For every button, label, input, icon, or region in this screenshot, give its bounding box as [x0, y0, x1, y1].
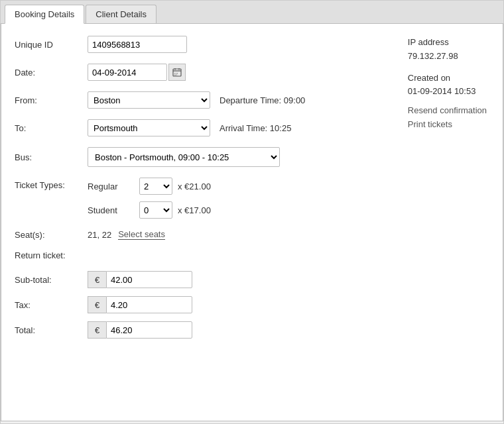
departure-time-label: Departure Time: 09:00 — [220, 95, 305, 105]
ticket-types-label: Ticket Types: — [15, 178, 88, 190]
student-price: x €17.00 — [178, 205, 211, 215]
bus-select[interactable]: Boston - Portsmouth, 09:00 - 10:25 — [88, 147, 280, 167]
tab-bar: Booking Details Client Details — [1, 1, 503, 24]
ticket-row-regular: Regular 2 x €21.00 — [88, 178, 211, 195]
regular-qty-select[interactable]: 2 — [139, 178, 172, 195]
print-tickets-link[interactable]: Print tickets — [408, 118, 487, 132]
return-ticket-row: Return ticket: — [15, 250, 489, 260]
bus-row: Bus: Boston - Portsmouth, 09:00 - 10:25 — [15, 147, 489, 167]
total-row: Total: € — [15, 321, 489, 339]
tab-client[interactable]: Client Details — [86, 5, 157, 23]
ticket-name-student: Student — [88, 205, 134, 215]
seats-value: 21, 22 — [88, 230, 111, 240]
to-label: To: — [15, 123, 88, 133]
ticket-row-student: Student 0 x €17.00 — [88, 201, 211, 219]
bus-label: Bus: — [15, 152, 88, 162]
tax-input[interactable] — [106, 296, 192, 313]
ticket-name-regular: Regular — [88, 182, 134, 191]
tax-euro-symbol: € — [88, 296, 106, 313]
tax-row: Tax: € — [15, 296, 489, 313]
unique-id-input[interactable] — [88, 36, 187, 53]
arrival-time-label: Arrival Time: 10:25 — [220, 123, 291, 133]
main-window: Booking Details Client Details IP addres… — [0, 0, 504, 424]
date-input[interactable] — [88, 64, 167, 81]
created-label: Created on — [408, 72, 487, 85]
total-euro-symbol: € — [88, 321, 106, 339]
ticket-types-body: Regular 2 x €21.00 Student 0 x €17.00 — [88, 178, 211, 219]
tab-booking[interactable]: Booking Details — [5, 5, 84, 24]
subtotal-label: Sub-total: — [15, 275, 88, 285]
seats-label: Seat(s): — [15, 230, 88, 240]
subtotal-input[interactable] — [106, 271, 192, 288]
unique-id-label: Unique ID — [15, 40, 88, 50]
created-value: 01-09-2014 10:53 — [408, 85, 487, 99]
tax-label: Tax: — [15, 300, 88, 310]
from-select[interactable]: Boston — [88, 91, 210, 109]
ip-address-label: IP address — [408, 36, 487, 50]
svg-text:17: 17 — [174, 72, 178, 76]
to-select[interactable]: Portsmouth — [88, 119, 210, 136]
select-seats-link[interactable]: Select seats — [118, 229, 165, 240]
regular-price: x €21.00 — [178, 182, 211, 191]
tab-content: IP address 79.132.27.98 Created on 01-09… — [1, 24, 503, 421]
seats-row: Seat(s): 21, 22 Select seats — [15, 229, 489, 240]
return-ticket-label: Return ticket: — [15, 250, 88, 260]
total-label: Total: — [15, 325, 88, 335]
student-qty-select[interactable]: 0 — [139, 201, 172, 219]
date-label: Date: — [15, 68, 88, 78]
subtotal-euro-symbol: € — [88, 271, 106, 288]
resend-confirmation-link[interactable]: Resend confirmation — [408, 104, 487, 118]
calendar-icon[interactable]: 17 — [168, 64, 186, 81]
from-label: From: — [15, 95, 88, 105]
subtotal-row: Sub-total: € — [15, 271, 489, 288]
ticket-types-section: Ticket Types: Regular 2 x €21.00 Student… — [15, 178, 489, 219]
created-section: Created on 01-09-2014 10:53 — [408, 72, 487, 99]
ip-address-value: 79.132.27.98 — [408, 50, 487, 64]
total-input[interactable] — [106, 321, 192, 339]
date-input-group: 17 — [88, 64, 186, 81]
ip-section: IP address 79.132.27.98 — [408, 36, 487, 64]
side-info-panel: IP address 79.132.27.98 Created on 01-09… — [408, 36, 487, 132]
